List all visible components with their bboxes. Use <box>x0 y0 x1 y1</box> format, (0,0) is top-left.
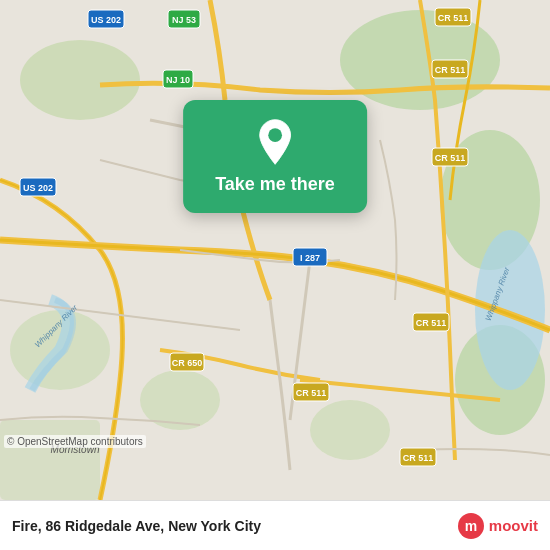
svg-point-9 <box>475 230 545 390</box>
bottom-bar: Fire, 86 Ridgedale Ave, New York City m … <box>0 500 550 550</box>
svg-text:CR 511: CR 511 <box>416 318 447 328</box>
svg-text:NJ 53: NJ 53 <box>172 15 196 25</box>
svg-text:CR 511: CR 511 <box>403 453 434 463</box>
location-title: Fire, 86 Ridgedale Ave, New York City <box>12 518 447 534</box>
svg-text:CR 650: CR 650 <box>172 358 203 368</box>
map-container[interactable]: US 202 NJ 53 CR 511 NJ 10 CR 511 US 202 … <box>0 0 550 500</box>
svg-rect-8 <box>0 420 100 500</box>
cta-button-label: Take me there <box>215 174 335 195</box>
moovit-brand-text: moovit <box>489 517 538 534</box>
svg-text:CR 511: CR 511 <box>435 153 466 163</box>
svg-point-37 <box>268 128 282 142</box>
moovit-brand-icon: m <box>457 512 485 540</box>
svg-point-1 <box>20 40 140 120</box>
svg-point-7 <box>310 400 390 460</box>
location-pin-icon <box>251 118 299 166</box>
svg-text:US 202: US 202 <box>91 15 121 25</box>
svg-text:m: m <box>465 518 477 534</box>
svg-text:NJ 10: NJ 10 <box>166 75 190 85</box>
moovit-logo: m moovit <box>457 512 538 540</box>
map-background: US 202 NJ 53 CR 511 NJ 10 CR 511 US 202 … <box>0 0 550 500</box>
svg-text:CR 511: CR 511 <box>435 65 466 75</box>
svg-text:I 287: I 287 <box>300 253 320 263</box>
cta-overlay[interactable]: Take me there <box>183 100 367 213</box>
svg-text:CR 511: CR 511 <box>296 388 327 398</box>
svg-text:US 202: US 202 <box>23 183 53 193</box>
map-attribution: © OpenStreetMap contributors <box>4 435 146 448</box>
svg-text:CR 511: CR 511 <box>438 13 469 23</box>
